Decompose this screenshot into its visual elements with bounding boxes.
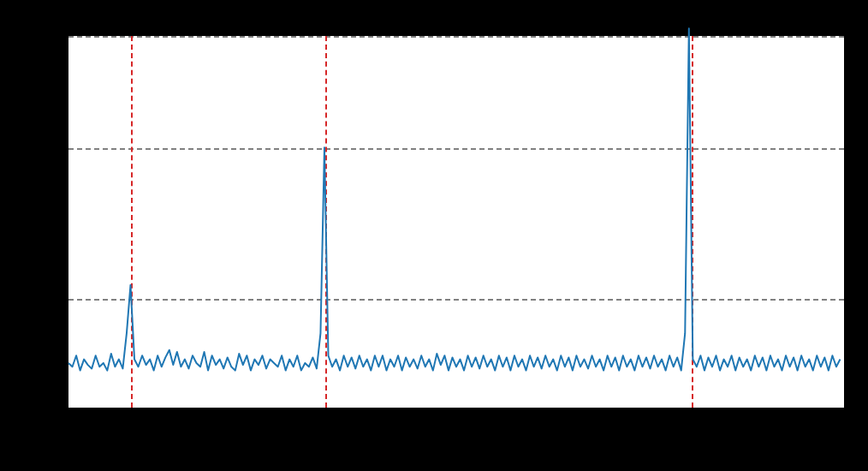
line-chart — [67, 34, 846, 409]
data-line — [68, 36, 844, 408]
